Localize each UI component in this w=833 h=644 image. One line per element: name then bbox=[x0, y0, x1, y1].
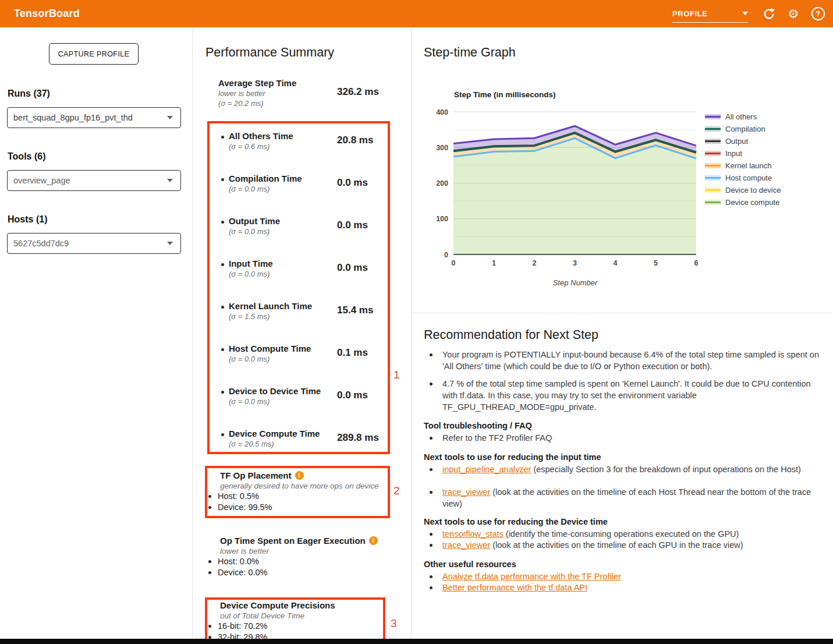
legend-item-output: Output bbox=[705, 135, 781, 147]
settings-button[interactable]: ⚙ bbox=[785, 6, 802, 22]
x-tick-label: 5 bbox=[654, 259, 658, 267]
metric-value: 326.2 ms bbox=[337, 86, 379, 98]
section-divider bbox=[412, 313, 833, 313]
hosts-select[interactable]: 5627c5dd7dc9 bbox=[7, 233, 181, 254]
trace-viewer-link[interactable]: trace_viewer bbox=[442, 487, 490, 497]
app-header: TensorBoard PROFILE ⚙ ? bbox=[0, 0, 833, 27]
info-icon[interactable]: i bbox=[369, 536, 378, 545]
x-tick-label: 1 bbox=[492, 259, 496, 267]
runs-select-value: bert_squad_8gpu_fp16_pvt_thd bbox=[13, 113, 133, 122]
input-pipeline-analyzer-link[interactable]: input_pipeline_analyzer bbox=[442, 465, 531, 474]
runs-select[interactable]: bert_squad_8gpu_fp16_pvt_thd bbox=[7, 107, 181, 128]
legend-item-all-others: All others bbox=[705, 111, 781, 123]
bullet-icon bbox=[208, 560, 211, 563]
bullet-icon bbox=[221, 306, 224, 309]
section-subtitle: out of Total Device Time bbox=[220, 611, 389, 621]
sidebar-divider bbox=[192, 27, 193, 639]
chevron-down-icon bbox=[167, 116, 173, 119]
tool-item-text: (especially Section 3 for the breakdown … bbox=[531, 465, 800, 474]
tool-item-text: (look at the activities on the timeline … bbox=[442, 487, 811, 508]
trace-viewer-link[interactable]: trace_viewer bbox=[442, 540, 490, 550]
tfdata-api-link[interactable]: Better performance with the tf.data API bbox=[442, 583, 587, 592]
metric-value: 289.8 ms bbox=[337, 432, 379, 444]
resources-heading: Other useful resources bbox=[424, 560, 516, 569]
tensorflow-stats-link[interactable]: tensorflow_stats bbox=[442, 529, 504, 539]
bullet-icon bbox=[430, 586, 433, 589]
dashboard-selector[interactable]: PROFILE bbox=[672, 5, 748, 23]
y-tick-label: 100 bbox=[436, 215, 448, 223]
legend-item-device-to-device: Device to device bbox=[705, 184, 781, 196]
metric-value: 0.1 ms bbox=[337, 347, 368, 359]
tools-select[interactable]: overview_page bbox=[7, 170, 181, 191]
legend-item-compilation: Compilation bbox=[705, 123, 781, 135]
app-title: TensorBoard bbox=[14, 8, 80, 20]
dashboard-selector-value: PROFILE bbox=[672, 9, 708, 18]
tools-label: Tools (6) bbox=[8, 151, 45, 162]
list-item: Device: 0.0% bbox=[208, 567, 389, 578]
legend-swatch bbox=[705, 126, 721, 132]
info-icon[interactable]: i bbox=[295, 471, 304, 480]
list-item: Device: 99.5% bbox=[208, 502, 389, 513]
legend-swatch bbox=[705, 151, 721, 156]
legend-item-device-compute: Device compute bbox=[705, 196, 781, 208]
bullet-icon bbox=[430, 437, 433, 440]
metric-sigma: (σ = 20.2 ms) bbox=[218, 98, 387, 108]
refresh-button[interactable] bbox=[761, 6, 777, 22]
bullet-icon bbox=[430, 491, 433, 494]
device-precisions-section: Device Compute Precisions out of Total D… bbox=[220, 600, 389, 642]
gear-icon: ⚙ bbox=[788, 8, 799, 20]
refresh-icon bbox=[763, 8, 775, 20]
y-tick-label: 300 bbox=[436, 144, 448, 152]
eager-execution-section: Op Time Spent on Eager Executioni lower … bbox=[220, 536, 389, 578]
legend-swatch bbox=[705, 187, 721, 193]
bullet-icon bbox=[430, 544, 433, 547]
header-controls: PROFILE ⚙ ? bbox=[672, 0, 826, 27]
step-time-graph-title: Step-time Graph bbox=[424, 45, 516, 60]
step-time-chart[interactable]: 01002003004000123456 bbox=[431, 105, 702, 279]
chevron-down-icon bbox=[167, 179, 173, 182]
bullet-icon bbox=[430, 383, 433, 385]
y-tick-label: 0 bbox=[444, 251, 448, 259]
legend-item-host-compute: Host compute bbox=[705, 172, 781, 184]
bullet-icon bbox=[221, 391, 224, 394]
section-subtitle: lower is better bbox=[220, 546, 389, 556]
list-item: Host: 0.5% bbox=[208, 491, 389, 502]
section-title: Device Compute Precisions bbox=[220, 600, 335, 610]
bullet-icon bbox=[221, 348, 224, 351]
bullet-icon bbox=[221, 221, 224, 224]
tool-item-text: (identify the time-consuming operations … bbox=[504, 529, 739, 539]
legend-swatch bbox=[705, 163, 721, 168]
bullet-icon bbox=[430, 468, 433, 471]
help-icon: ? bbox=[811, 7, 825, 20]
legend-label: Input bbox=[725, 149, 742, 158]
hosts-label: Hosts (1) bbox=[8, 214, 47, 225]
list-item: Host: 0.0% bbox=[208, 556, 389, 567]
tool-item: trace_viewer (look at the activities on … bbox=[430, 486, 825, 509]
bullet-icon bbox=[208, 506, 211, 509]
x-tick-label: 6 bbox=[694, 259, 699, 267]
bullet-icon bbox=[208, 625, 211, 628]
metric-value: 0.0 ms bbox=[337, 390, 368, 401]
bullet-icon bbox=[221, 263, 224, 266]
recommendation-bullet: 4.7 % of the total step time sampled is … bbox=[430, 378, 825, 413]
capture-profile-button[interactable]: CAPTURE PROFILE bbox=[49, 43, 139, 65]
metric-value: 0.0 ms bbox=[337, 177, 368, 189]
area-device-compute bbox=[453, 138, 696, 254]
legend-item-input: Input bbox=[705, 147, 781, 160]
legend-label: Device compute bbox=[725, 198, 779, 207]
legend-label: Kernel launch bbox=[725, 161, 772, 170]
legend-label: Compilation bbox=[725, 125, 765, 133]
chart-title: Step Time (in milliseconds) bbox=[454, 90, 556, 99]
help-button[interactable]: ? bbox=[810, 6, 826, 22]
legend-label: Output bbox=[725, 137, 748, 146]
metric-value: 15.4 ms bbox=[337, 305, 373, 316]
chart-legend: All othersCompilationOutputInputKernel l… bbox=[705, 111, 781, 208]
tfdata-profiler-link[interactable]: Analyze tf.data performance with the TF … bbox=[442, 572, 621, 581]
bullet-icon bbox=[221, 136, 224, 139]
tf-op-placement-section: TF Op Placementi generally desired to ha… bbox=[220, 470, 389, 512]
recommendation-bullet: Your program is POTENTIALLY input-bound … bbox=[430, 349, 825, 372]
chevron-down-icon bbox=[167, 242, 173, 245]
resource-item: Analyze tf.data performance with the TF … bbox=[430, 571, 825, 582]
bullet-icon bbox=[430, 353, 433, 356]
legend-label: All others bbox=[725, 112, 757, 121]
